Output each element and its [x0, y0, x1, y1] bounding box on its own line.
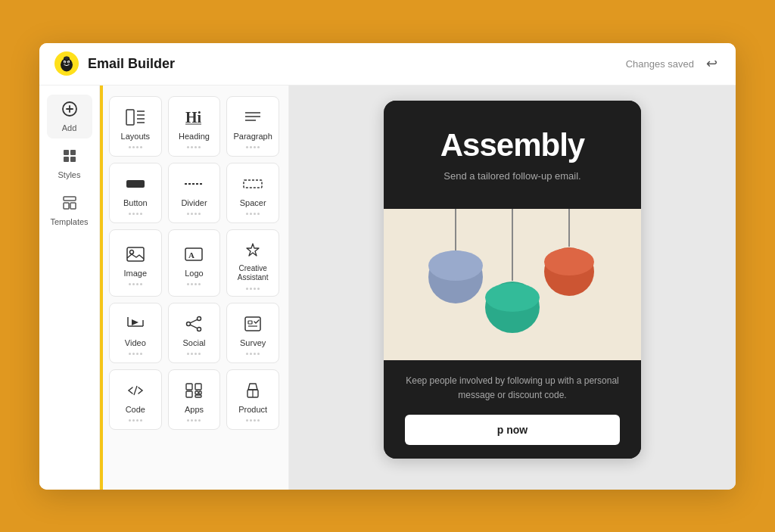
- svg-rect-28: [126, 180, 145, 188]
- mailchimp-logo: [54, 51, 79, 76]
- block-spacer-label: Spacer: [240, 198, 266, 207]
- block-divider[interactable]: Divider: [168, 163, 221, 223]
- survey-icon: [244, 313, 262, 334]
- layouts-icon: [126, 107, 145, 128]
- svg-point-41: [187, 322, 191, 326]
- email-preview: Assembly Send a tailored follow-up email…: [384, 101, 641, 459]
- block-survey[interactable]: Survey: [226, 303, 279, 363]
- svg-line-42: [191, 319, 198, 323]
- svg-rect-30: [244, 180, 262, 188]
- block-social[interactable]: Social: [168, 303, 221, 363]
- svg-point-65: [485, 283, 540, 312]
- block-dots: [129, 419, 142, 422]
- apps-icon: [185, 380, 203, 401]
- block-dots: [187, 213, 201, 215]
- image-icon: [126, 244, 145, 265]
- block-video-label: Video: [125, 338, 146, 347]
- block-dots: [187, 283, 201, 285]
- svg-rect-18: [126, 110, 134, 125]
- block-code[interactable]: Code: [109, 369, 162, 430]
- undo-button[interactable]: ↩: [703, 52, 721, 75]
- svg-rect-11: [64, 150, 69, 155]
- svg-rect-50: [186, 391, 192, 397]
- sidebar-item-templates[interactable]: Templates: [47, 188, 92, 232]
- svg-rect-52: [199, 391, 201, 394]
- block-button-label: Button: [123, 198, 148, 207]
- block-paragraph-label: Paragraph: [233, 132, 272, 141]
- app-window: Email Builder Changes saved ↩ Add: [39, 43, 736, 490]
- heading-icon: Hi: [185, 107, 203, 128]
- sidebar-item-styles[interactable]: Styles: [47, 142, 92, 185]
- svg-rect-14: [70, 157, 76, 162]
- product-icon: [244, 380, 262, 401]
- spacer-icon: [243, 173, 263, 194]
- add-icon: [61, 101, 78, 121]
- block-spacer[interactable]: Spacer: [226, 163, 279, 223]
- email-subtitle: Send a tailored follow-up email.: [405, 170, 620, 182]
- block-image[interactable]: Image: [109, 229, 162, 297]
- email-title: Assembly: [405, 128, 620, 163]
- block-survey-label: Survey: [240, 338, 266, 347]
- block-creative-assistant[interactable]: Creative Assistant: [226, 229, 279, 297]
- svg-rect-45: [248, 321, 252, 324]
- block-heading-label: Heading: [179, 132, 210, 141]
- video-icon: [126, 313, 145, 334]
- block-logo-label: Logo: [185, 269, 203, 278]
- lamp-illustration: [384, 209, 641, 360]
- block-divider-label: Divider: [181, 198, 207, 207]
- svg-rect-17: [70, 203, 76, 209]
- block-paragraph[interactable]: Paragraph: [226, 96, 279, 157]
- svg-rect-31: [127, 247, 144, 261]
- social-icon: [185, 313, 203, 334]
- email-cta-button[interactable]: p now: [405, 415, 620, 445]
- block-layouts[interactable]: Layouts: [109, 96, 162, 157]
- email-header-section: Assembly Send a tailored follow-up email…: [384, 101, 641, 209]
- svg-point-62: [544, 248, 594, 275]
- svg-text:Hi: Hi: [185, 109, 202, 126]
- header: Email Builder Changes saved ↩: [39, 43, 736, 86]
- block-dots: [129, 213, 142, 215]
- block-dots: [246, 146, 260, 148]
- block-dots: [246, 353, 260, 355]
- svg-rect-13: [64, 157, 69, 162]
- svg-marker-38: [132, 319, 139, 325]
- block-button[interactable]: Button: [109, 163, 162, 223]
- block-dots: [246, 213, 260, 215]
- block-logo[interactable]: A Logo: [168, 229, 221, 297]
- svg-point-59: [428, 250, 483, 281]
- svg-rect-48: [186, 384, 192, 390]
- svg-line-47: [134, 386, 137, 395]
- code-icon: [126, 380, 145, 401]
- email-body-text: Keep people involved by following up wit…: [405, 374, 620, 403]
- button-icon: [126, 173, 145, 194]
- block-dots: [187, 353, 201, 355]
- block-dots: [187, 419, 201, 422]
- paragraph-icon: [244, 107, 262, 128]
- block-code-label: Code: [126, 405, 145, 414]
- block-heading[interactable]: Hi Heading: [168, 96, 221, 157]
- svg-point-32: [129, 250, 133, 254]
- sidebar-item-templates-label: Templates: [50, 217, 88, 226]
- block-creative-assistant-label: Creative Assistant: [232, 264, 274, 282]
- block-layouts-label: Layouts: [121, 132, 151, 141]
- svg-point-4: [64, 61, 66, 63]
- main-layout: Add Styles: [39, 86, 736, 490]
- block-dots: [187, 146, 201, 148]
- block-social-label: Social: [183, 338, 206, 347]
- block-product[interactable]: Product: [226, 369, 279, 430]
- email-body-section: Keep people involved by following up wit…: [384, 360, 641, 459]
- divider-icon: [184, 173, 204, 194]
- block-apps[interactable]: Apps: [168, 369, 221, 430]
- sidebar-item-add[interactable]: Add: [47, 95, 92, 138]
- svg-rect-12: [70, 150, 76, 155]
- block-video[interactable]: Video: [109, 303, 162, 363]
- svg-rect-44: [245, 317, 260, 331]
- creative-assistant-icon: [243, 239, 263, 260]
- svg-rect-51: [195, 391, 198, 394]
- block-dots: [129, 283, 142, 285]
- svg-point-5: [68, 61, 70, 63]
- save-status: Changes saved: [626, 58, 694, 70]
- blocks-grid: Layouts Hi Heading: [109, 96, 279, 430]
- sidebar-item-styles-label: Styles: [58, 170, 81, 179]
- logo-icon: A: [185, 244, 203, 265]
